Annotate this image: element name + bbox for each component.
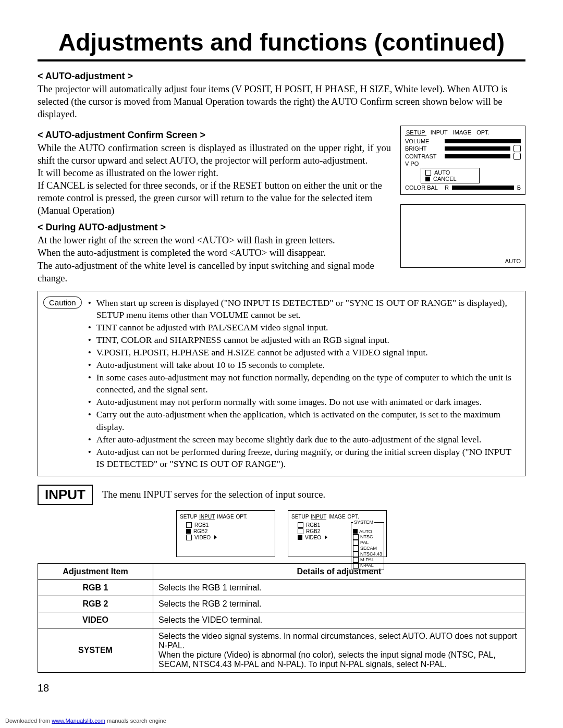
mini1-tab-image: IMAGE [217,514,234,520]
input-lead: The menu INPUT serves for the selection … [102,488,325,501]
sys-mpal: M-PAL [360,557,374,562]
mini1-video: VIDEO [194,535,211,540]
caution-box: Caution •When start up screen is display… [38,291,525,476]
osd-tab-setup: SETUP [405,129,426,136]
osd-setup-figure: SETUP INPUT IMAGE OPT. VOLUME BRIGHT CON… [400,126,525,195]
mini2-rgb2: RGB2 [306,528,320,534]
sys-npal: N-PAL [360,563,374,568]
popup-cancel: CANCEL [433,176,457,182]
osd-colorbal: COLOR BAL [405,184,442,191]
osd-contrast: CONTRAST [405,153,442,159]
mini1-tab-setup: SETUP [180,514,197,520]
sys-ntsc443: NTSC4.43 [360,551,382,557]
colorbal-r: R [445,184,449,191]
caution-item: •Auto-adjustment will take about 10 to 1… [88,359,519,371]
confirm-p3: If CANCEL is selected for three seconds,… [38,179,391,217]
input-section-badge: INPUT [38,485,93,505]
caution-item: •Carry out the auto-adjustment when the … [88,409,519,433]
triangle-right-icon [325,535,327,539]
table-key: VIDEO [38,612,153,628]
osd-bright: BRIGHT [405,145,442,152]
footer-pre: Downloaded from [5,718,52,724]
sys-pal: PAL [360,540,369,545]
auto-adj-heading: < AUTO-adjustment > [38,71,525,82]
square-icon [425,170,431,176]
table-key: RGB 2 [38,596,153,612]
mini1-rgb1: RGB1 [194,522,209,528]
osd-volume: VOLUME [405,138,442,144]
osd-blank-figure: AUTO [400,204,525,268]
caution-item: •Auto-adjustment may not perform normall… [88,396,519,408]
osd-tab-image: IMAGE [452,129,472,136]
caution-item: •When start up screen is displayed ("NO … [88,297,519,321]
during-p3: The auto-adjustment of the white level i… [38,260,391,285]
during-heading: < During AUTO-adjustment > [38,222,391,233]
osd-tab-input: INPUT [430,129,449,136]
table-key: SYSTEM [38,628,153,672]
caution-item: •TINT, COLOR and SHARPNESS cannot be adj… [88,334,519,346]
sys-auto: AUTO [359,529,372,534]
square-filled-icon [425,177,430,181]
table-val: Selects the video signal systems. In nor… [153,628,525,672]
table-row: RGB 1Selects the RGB 1 terminal. [38,579,525,596]
th-item: Adjustment Item [38,563,153,579]
table-row: SYSTEMSelects the video signal systems. … [38,628,525,672]
table-row: VIDEOSelects the VIDEO terminal. [38,612,525,628]
page-number: 18 [38,682,525,694]
page-title: Adjustments and functions (continued) [38,28,525,61]
table-val: Selects the RGB 2 terminal. [153,596,525,612]
auto-indicator: AUTO [505,258,521,264]
popup-auto: AUTO [434,169,450,176]
caution-item: •After auto-adjustment the screen may be… [88,434,519,446]
auto-adj-text: The projector will automatically adjust … [38,83,525,120]
input-osd-figure-2: SETUP INPUT IMAGE OPT. RGB1 RGB2 VIDEO S… [288,510,387,557]
triangle-right-icon [214,535,217,539]
th-details: Details of adjustment [153,563,525,579]
sys-ntsc: NTSC [360,534,373,539]
footer-post: manuals search engine [105,718,166,724]
caution-item: •Auto-adjust can not be performed during… [88,446,519,470]
confirm-p1: While the AUTO confirmation screen is di… [38,142,391,167]
mini2-rgb1: RGB1 [306,522,320,528]
osd-vpos: V PO [405,161,442,167]
confirm-heading: < AUTO-adjustment Confirm Screen > [38,130,391,141]
mini2-tab-image: IMAGE [328,514,345,520]
caution-item: •V.POSIT, H.POSIT, H.PHASE and H.SIZE ca… [88,347,519,359]
mini2-tab-input: INPUT [311,514,326,520]
mini2-tab-setup: SETUP [291,514,309,520]
sun-icon [513,145,521,152]
contrast-icon [513,153,521,160]
mini1-rgb2: RGB2 [193,528,207,534]
caution-item: •TINT cannot be adjusted with PAL/SECAM … [88,322,519,334]
during-p1: At the lower right of the screen the wor… [38,234,391,246]
mini1-tab-opt: OPT. [236,514,248,520]
during-p2: When the auto-adjustment is completed th… [38,246,391,259]
caution-badge: Caution [43,297,82,309]
auto-cancel-popup: AUTO CANCEL [421,168,480,183]
mini2-video: VIDEO [305,535,321,540]
table-key: RGB 1 [38,579,153,596]
table-val: Selects the VIDEO terminal. [153,612,525,628]
system-label: SYSTEM [353,520,374,525]
osd-tab-opt: OPT. [475,129,490,136]
download-footer: Downloaded from www.Manualslib.com manua… [5,718,166,724]
input-osd-figure-1: SETUP INPUT IMAGE OPT. RGB1 RGB2 VIDEO [176,510,275,557]
confirm-p2: It will become as illustrated on the low… [38,167,391,179]
sys-secam: SECAM [360,546,377,551]
table-val: Selects the RGB 1 terminal. [153,579,525,596]
caution-item: •In some cases auto-adjustment may not f… [88,372,519,396]
system-popup: SYSTEM AUTO NTSC PAL SECAM NTSC4.43 M-PA… [351,522,384,570]
input-table: Adjustment ItemDetails of adjustment RGB… [38,563,525,673]
colorbal-b: B [517,184,521,191]
mini1-tab-input: INPUT [199,514,215,520]
manualslib-link[interactable]: www.Manualslib.com [52,718,105,724]
table-row: RGB 2Selects the RGB 2 terminal. [38,596,525,612]
